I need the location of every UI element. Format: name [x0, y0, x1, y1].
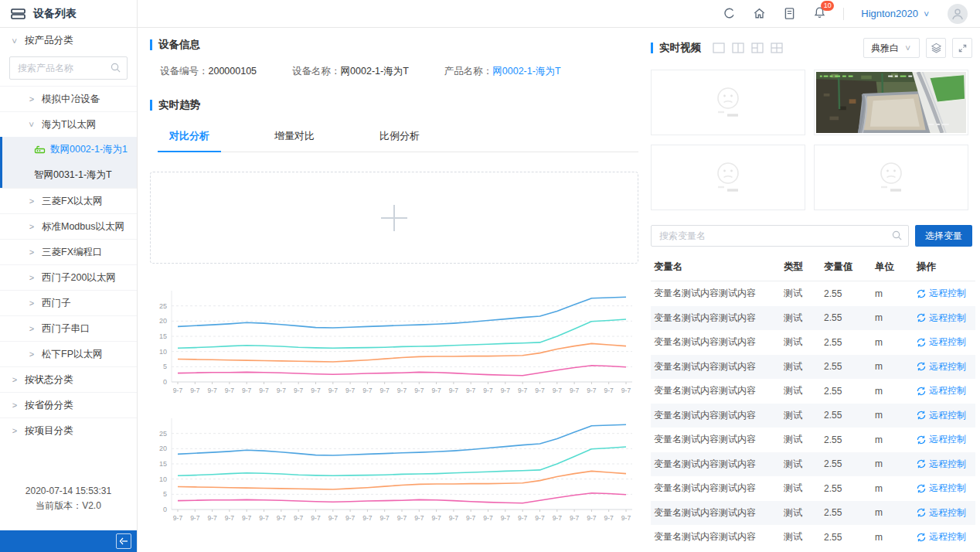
svg-text:9-7: 9-7: [311, 514, 321, 522]
sidebar-item-label: 西门子串口: [42, 322, 90, 336]
svg-text:0: 0: [163, 506, 167, 513]
chevron-right-icon: >: [28, 349, 36, 359]
remote-control-link[interactable]: 远程控制: [917, 530, 966, 543]
theme-select[interactable]: 典雅白 >: [863, 38, 920, 58]
sidebar-group-label: 按产品分类: [25, 34, 73, 47]
sidebar-item-simulated-device[interactable]: > 模拟中冶设备: [0, 86, 137, 111]
sidebar-group[interactable]: >按项目分类: [0, 417, 137, 443]
svg-text:9-7: 9-7: [449, 514, 459, 522]
sidebar-group-haiwei[interactable]: > 海为T以太网: [0, 111, 137, 137]
content: 设备信息 设备编号：200000105 设备名称：网0002-1-海为T 产品名…: [138, 28, 980, 552]
video-slot-live-feed[interactable]: [814, 70, 968, 135]
remote-control-link[interactable]: 远程控制: [917, 506, 966, 520]
layout-4-icon[interactable]: [771, 43, 783, 53]
theme-label: 典雅白: [871, 42, 899, 55]
remote-control-link[interactable]: 远程控制: [917, 312, 966, 325]
layers-button[interactable]: [926, 38, 946, 58]
video-slot-empty-1[interactable]: [651, 70, 805, 135]
remote-control-link[interactable]: 远程控制: [917, 336, 966, 349]
add-chart-dropzone[interactable]: [150, 172, 638, 264]
col-variable-name: 变量名: [651, 254, 781, 281]
sidebar-group-by-product[interactable]: > 按产品分类: [0, 28, 137, 53]
video-slot-empty-2[interactable]: [651, 145, 805, 210]
svg-text:9-7: 9-7: [501, 387, 511, 394]
table-row: 变量名测试内容测试内容测试2.55m远程控制: [651, 452, 975, 477]
table-row: 变量名测试内容测试内容测试2.55m远程控制: [651, 306, 975, 331]
sidebar-item[interactable]: >三菱FX编程口: [0, 239, 137, 264]
document-icon[interactable]: [783, 7, 796, 20]
variable-search-input[interactable]: [651, 225, 909, 247]
sidebar-device-sibling[interactable]: 智网0031-1-海为T: [2, 162, 137, 188]
layout-1-icon[interactable]: [713, 43, 725, 53]
svg-text:5: 5: [163, 363, 167, 370]
chevron-right-icon: >: [28, 196, 36, 206]
product-name-link[interactable]: 网0002-1-海为T: [492, 66, 560, 77]
remote-control-link[interactable]: 远程控制: [917, 384, 966, 397]
table-row: 变量名测试内容测试内容测试2.55m远程控制: [651, 281, 975, 306]
table-row: 变量名测试内容测试内容测试2.55m远程控制: [651, 355, 975, 380]
svg-text:9-7: 9-7: [294, 387, 304, 394]
collapse-sidebar-button[interactable]: [116, 533, 131, 549]
sidebar-item[interactable]: >西门子串口: [0, 315, 137, 341]
cell-variable-name: 变量名测试内容测试内容: [651, 452, 781, 477]
svg-text:9-7: 9-7: [225, 514, 235, 522]
svg-text:9-7: 9-7: [207, 514, 217, 522]
sidebar-item[interactable]: >西门子200以太网: [0, 264, 137, 290]
remote-control-link[interactable]: 远程控制: [917, 287, 966, 300]
svg-text:9-7: 9-7: [587, 514, 597, 522]
svg-text:9-7: 9-7: [225, 387, 235, 394]
select-variable-button[interactable]: 选择变量: [915, 225, 972, 247]
avatar[interactable]: [948, 4, 968, 24]
camera-feed-image: [816, 72, 966, 133]
sidebar-item[interactable]: >松下FP以太网: [0, 341, 137, 366]
sidebar-item[interactable]: >西门子: [0, 290, 137, 315]
app-root: 设备列表 > 按产品分类 > 模拟中冶设备 > 海为T以太网: [0, 0, 980, 552]
video-title: 实时视频: [651, 41, 701, 55]
sidebar-item[interactable]: >三菱FX以太网: [0, 188, 137, 213]
sidebar-group[interactable]: >按省份分类: [0, 392, 137, 417]
cell-variable-name: 变量名测试内容测试内容: [651, 330, 781, 355]
remote-control-icon: [917, 362, 926, 371]
sidebar-group[interactable]: >按状态分类: [0, 366, 137, 392]
cell-type: 测试: [781, 306, 821, 331]
video-slot-empty-3[interactable]: [814, 145, 968, 210]
notifications-button[interactable]: 10: [813, 6, 826, 22]
chevron-right-icon: >: [28, 247, 36, 257]
layout-2-icon[interactable]: [732, 43, 744, 53]
table-row: 变量名测试内容测试内容测试2.55m远程控制: [651, 404, 975, 428]
home-icon[interactable]: [753, 7, 766, 20]
tab-ratio-analysis[interactable]: 比例分析: [368, 122, 431, 152]
tab-compare-analysis[interactable]: 对比分析: [158, 122, 221, 152]
layout-3-icon[interactable]: [751, 43, 764, 53]
remote-control-link[interactable]: 远程控制: [917, 433, 966, 446]
sidebar-item-label: 三菱FX编程口: [42, 246, 102, 259]
remote-control-link[interactable]: 远程控制: [917, 360, 966, 373]
svg-text:9-7: 9-7: [362, 514, 373, 522]
remote-control-link[interactable]: 远程控制: [917, 458, 966, 471]
svg-text:9-7: 9-7: [431, 387, 441, 394]
sidebar-item[interactable]: >标准Modbus以太网: [0, 213, 137, 239]
fullscreen-button[interactable]: [952, 38, 972, 58]
cell-variable-name: 变量名测试内容测试内容: [651, 355, 781, 380]
variable-search: [651, 225, 909, 247]
col-type: 类型: [781, 254, 821, 281]
sidebar-selected-group: 数网0002-1-海为1 智网0031-1-海为T: [0, 137, 137, 188]
user-menu[interactable]: Hignton2020 >: [861, 8, 931, 19]
cell-type: 测试: [781, 452, 821, 477]
remote-control-link[interactable]: 远程控制: [917, 482, 966, 495]
sidebar-device-selected[interactable]: 数网0002-1-海为1: [2, 137, 137, 162]
search-icon[interactable]: [110, 62, 121, 73]
version-label: 当前版本：V2.0: [0, 499, 137, 513]
table-row: 变量名测试内容测试内容测试2.55m远程控制: [651, 379, 975, 404]
cell-type: 测试: [781, 404, 821, 428]
video-header-actions: 典雅白 >: [863, 38, 972, 58]
cell-type: 测试: [781, 428, 821, 452]
cell-variable-name: 变量名测试内容测试内容: [651, 501, 781, 526]
refresh-icon[interactable]: [723, 7, 736, 20]
tab-increment-compare[interactable]: 增量对比: [263, 122, 326, 152]
remote-control-link[interactable]: 远程控制: [917, 409, 966, 422]
svg-text:9-7: 9-7: [242, 514, 252, 522]
remote-control-icon: [917, 435, 926, 445]
search-icon[interactable]: [891, 230, 903, 241]
svg-text:9-7: 9-7: [294, 514, 304, 522]
